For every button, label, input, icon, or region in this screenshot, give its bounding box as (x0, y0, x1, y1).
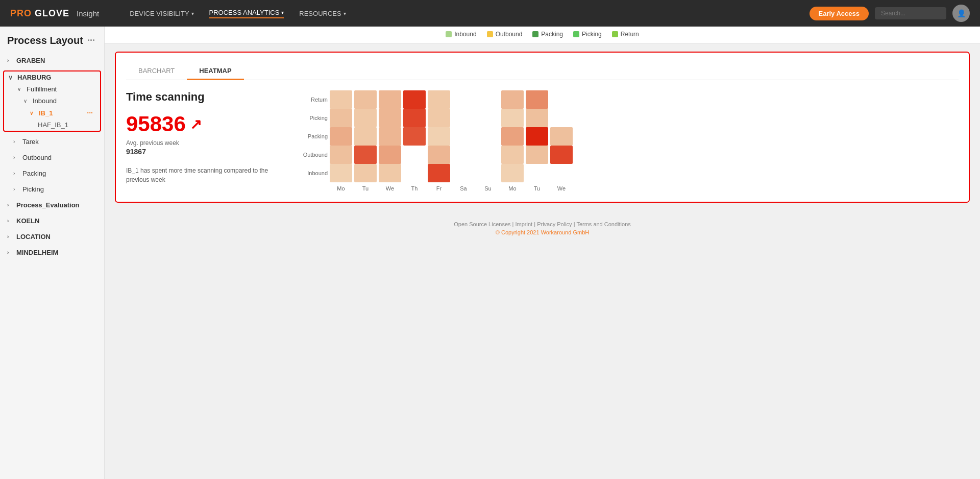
chevron-right-icon (13, 186, 19, 192)
avg-value: 91867 (126, 148, 279, 156)
tree-item-packing: Packing (0, 165, 104, 181)
metric-description: IB_1 has spent more time scanning compar… (126, 166, 279, 184)
sidebar-item-process-eval[interactable]: Process_Evaluation (0, 199, 104, 211)
heatmap-cell (379, 90, 401, 109)
search-input[interactable] (875, 7, 946, 19)
chevron-right-icon (7, 234, 13, 240)
heatmap-row-label: Picking (300, 115, 328, 121)
heatmap-cell (403, 164, 426, 182)
sidebar-item-mindelheim[interactable]: MINDELHEIM (0, 247, 104, 258)
heatmap-cell (379, 127, 401, 146)
heatmap-cell (550, 146, 573, 164)
sidebar-item-fulfillment[interactable]: ∨ Fulfillment (4, 83, 100, 95)
brand: PROGLOVE Insight (10, 8, 99, 19)
navbar-nav: DEVICE VISIBILITY ▾ PROCESS ANALYTICS ▾ … (130, 9, 346, 18)
heatmap-cell (477, 109, 499, 127)
heatmap-cells (330, 146, 573, 164)
heatmap-cell (379, 146, 401, 164)
heatmap-day-label: Mo (330, 185, 352, 191)
legend-packing: Packing (532, 31, 563, 38)
metric-value: 95836 ↗ (126, 112, 279, 136)
tab-heatmap[interactable]: HEATMAP (187, 63, 243, 80)
early-access-button[interactable]: Early Access (810, 7, 869, 20)
heatmap-row-outbound: Outbound (300, 146, 959, 164)
heatmap-cell (354, 109, 377, 127)
sidebar-title: Process Layout ··· (0, 27, 104, 53)
tab-barchart[interactable]: BARCHART (126, 63, 187, 80)
heatmap-cell (477, 164, 499, 182)
heatmap-cell (403, 109, 426, 127)
chevron-right-icon (13, 155, 19, 160)
sidebar-item-koeln[interactable]: KOELN (0, 215, 104, 227)
heatmap: ReturnPickingPackingOutboundInbound MoTu… (300, 90, 959, 191)
sidebar-item-ib1[interactable]: ∨ IB_1 ··· (4, 107, 100, 119)
heatmap-days: MoTuWeThFrSaSuMoTuWe (300, 185, 959, 191)
navbar: PROGLOVE Insight DEVICE VISIBILITY ▾ PRO… (0, 0, 980, 27)
tree-item-process-eval: Process_Evaluation (0, 197, 104, 213)
heatmap-cell (477, 127, 499, 146)
footer: Open Source Licenses | Imprint | Privacy… (105, 211, 980, 246)
sidebar-item-location[interactable]: LOCATION (0, 231, 104, 243)
heatmap-cells (330, 164, 573, 182)
legend-return: Return (612, 31, 639, 38)
heatmap-cell (428, 109, 450, 127)
footer-copyright: © Copyright 2021 Workaround GmbH (115, 229, 970, 235)
heatmap-day-label: Fr (428, 185, 450, 191)
chevron-down-icon: ▾ (281, 10, 284, 15)
chevron-right-icon (7, 58, 13, 63)
heatmap-day-label: Su (477, 185, 499, 191)
sidebar-item-haf-ib1[interactable]: HAF_IB_1 (4, 119, 100, 131)
heatmap-cell (354, 90, 377, 109)
heatmap-cell (452, 109, 475, 127)
heatmap-cell (501, 90, 524, 109)
tree-item-mindelheim: MINDELHEIM (0, 245, 104, 260)
avatar[interactable]: 👤 (952, 5, 970, 22)
heatmap-day-label: We (379, 185, 401, 191)
heatmap-cell (477, 146, 499, 164)
heatmap-day-label: Tu (354, 185, 377, 191)
sidebar-item-harburg[interactable]: ∨ HARBURG (4, 71, 100, 83)
chevron-down-icon: ∨ (17, 86, 23, 92)
legend-color-outbound (487, 31, 493, 37)
heatmap-cells (330, 127, 573, 146)
sidebar-item-packing[interactable]: Packing (0, 167, 104, 179)
heatmap-cell (428, 164, 450, 182)
sidebar-more-button[interactable]: ··· (87, 35, 95, 46)
heatmap-cell (526, 90, 548, 109)
ib1-dots-button[interactable]: ··· (87, 109, 93, 117)
footer-link-terms[interactable]: Terms and Conditions (576, 221, 630, 227)
legend-color-inbound (446, 31, 452, 37)
tree-item-tarek: Tarek (0, 134, 104, 150)
legend-color-packing (532, 31, 538, 37)
chevron-right-icon (7, 218, 13, 224)
heatmap-cell (428, 90, 450, 109)
sidebar-item-tarek[interactable]: Tarek (0, 136, 104, 148)
panel-tabs: BARCHART HEATMAP (126, 63, 959, 80)
tree-item-picking: Picking (0, 181, 104, 197)
footer-link-opensource[interactable]: Open Source Licenses (454, 221, 510, 227)
footer-link-imprint[interactable]: Imprint (516, 221, 533, 227)
heatmap-cell (526, 127, 548, 146)
sidebar-item-graben[interactable]: GRABEN (0, 55, 104, 66)
sidebar-item-picking[interactable]: Picking (0, 183, 104, 195)
legend-color-picking (573, 31, 579, 37)
heatmap-cell (501, 127, 524, 146)
heatmap-cell (330, 146, 352, 164)
nav-device-visibility[interactable]: DEVICE VISIBILITY ▾ (130, 10, 193, 17)
sidebar-item-outbound[interactable]: Outbound (0, 152, 104, 163)
sidebar: Process Layout ··· GRABEN ∨ HARBURG ∨ Fu… (0, 27, 105, 479)
nav-resources[interactable]: RESOURCES ▾ (299, 10, 346, 17)
heatmap-cell (330, 164, 352, 182)
heatmap-cell (330, 90, 352, 109)
top-legend-area: Inbound Outbound Packing Picking Return (105, 27, 980, 43)
panel-body: Time scanning 95836 ↗ Avg. previous week… (126, 90, 959, 191)
heatmap-cell (428, 127, 450, 146)
sidebar-item-inbound[interactable]: ∨ Inbound (4, 95, 100, 107)
brand-pro: PRO (10, 8, 32, 19)
nav-process-analytics[interactable]: PROCESS ANALYTICS ▾ (209, 9, 284, 18)
heatmap-row-return: Return (300, 90, 959, 109)
heatmap-row-label: Packing (300, 133, 328, 139)
footer-link-privacy[interactable]: Privacy Policy (537, 221, 572, 227)
legend-inbound: Inbound (446, 31, 476, 38)
heatmap-cell (526, 146, 548, 164)
